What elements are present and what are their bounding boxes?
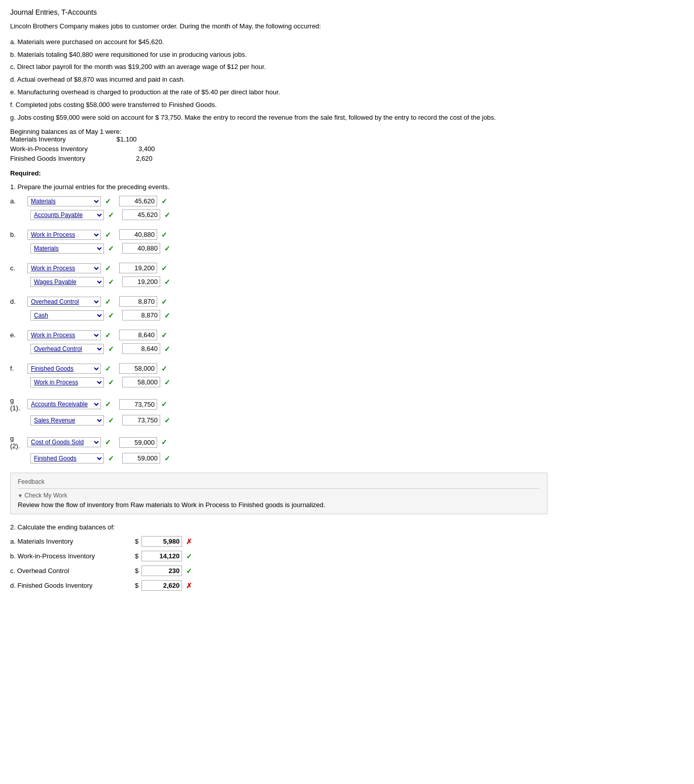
- credit-amount-check-icon: ✓: [164, 211, 170, 219]
- debit-amount-input[interactable]: [119, 263, 157, 273]
- debit-amount-input[interactable]: [119, 437, 157, 448]
- page-title: Journal Entries, T-Accounts: [10, 8, 547, 16]
- debit-amount-input[interactable]: [119, 363, 157, 374]
- credit-amount-input[interactable]: [122, 453, 160, 464]
- description-item: f. Completed jobs costing $58,000 were t…: [10, 100, 547, 111]
- calc-amount-input[interactable]: [141, 580, 182, 591]
- debit-account-select[interactable]: MaterialsAccounts PayableWork in Process…: [27, 399, 101, 409]
- credit-account-select[interactable]: MaterialsAccounts PayableWork in Process…: [30, 277, 104, 287]
- debit-amount-check-icon: ✓: [161, 331, 167, 339]
- credit-check-icon: ✓: [108, 378, 114, 386]
- journal-group: g (1).MaterialsAccounts PayableWork in P…: [10, 397, 547, 425]
- debit-row: g (2).MaterialsAccounts PayableWork in P…: [10, 435, 547, 450]
- credit-amount-input[interactable]: [122, 377, 160, 387]
- journal-group: a.MaterialsAccounts PayableWork in Proce…: [10, 196, 547, 220]
- calc-amount-input[interactable]: [141, 536, 182, 547]
- debit-amount-check-icon: ✓: [161, 197, 167, 205]
- debit-row: b.MaterialsAccounts PayableWork in Proce…: [10, 229, 547, 240]
- credit-amount-input[interactable]: [122, 343, 160, 354]
- credit-check-icon: ✓: [108, 345, 114, 353]
- check-my-work: ▼ Check My Work: [18, 492, 540, 499]
- debit-amount-input[interactable]: [119, 296, 157, 307]
- debit-account-select[interactable]: MaterialsAccounts PayableWork in Process…: [27, 230, 101, 240]
- debit-account-select[interactable]: MaterialsAccounts PayableWork in Process…: [27, 437, 101, 447]
- journal-group: c.MaterialsAccounts PayableWork in Proce…: [10, 263, 547, 287]
- debit-account-select[interactable]: MaterialsAccounts PayableWork in Process…: [27, 330, 101, 340]
- calc-row: b. Work-in-Process Inventory$✓: [10, 551, 547, 561]
- credit-row: MaterialsAccounts PayableWork in Process…: [10, 209, 547, 220]
- balance-row: Materials Inventory$1,100: [10, 135, 547, 143]
- credit-row: MaterialsAccounts PayableWork in Process…: [10, 243, 547, 254]
- credit-account-select[interactable]: MaterialsAccounts PayableWork in Process…: [30, 344, 104, 354]
- credit-amount-input[interactable]: [122, 243, 160, 254]
- balance-row: Work-in-Process Inventory3,400: [10, 145, 547, 153]
- balance-label: Beginning balances as of May 1 were:: [10, 128, 547, 135]
- credit-row: MaterialsAccounts PayableWork in Process…: [10, 415, 547, 425]
- credit-account-select[interactable]: MaterialsAccounts PayableWork in Process…: [30, 377, 104, 387]
- calc-check-green-icon: ✓: [186, 567, 192, 575]
- debit-row: e.MaterialsAccounts PayableWork in Proce…: [10, 330, 547, 340]
- debit-amount-input[interactable]: [119, 399, 157, 410]
- credit-row: MaterialsAccounts PayableWork in Process…: [10, 343, 547, 354]
- debit-account-select[interactable]: MaterialsAccounts PayableWork in Process…: [27, 196, 101, 206]
- credit-amount-check-icon: ✓: [164, 244, 170, 253]
- credit-account-select[interactable]: MaterialsAccounts PayableWork in Process…: [30, 415, 104, 425]
- credit-amount-input[interactable]: [122, 310, 160, 320]
- balance-row: Finished Goods Inventory2,620: [10, 155, 547, 162]
- section2-container: 2. Calculate the ending balances of: a. …: [10, 523, 547, 591]
- entry-label: g (2).: [10, 435, 24, 450]
- balance-name: Finished Goods Inventory: [10, 155, 85, 162]
- description-item: a. Materials were purchased on account f…: [10, 37, 547, 48]
- credit-amount-input[interactable]: [122, 276, 160, 287]
- credit-account-select[interactable]: MaterialsAccounts PayableWork in Process…: [30, 210, 104, 220]
- credit-row: MaterialsAccounts PayableWork in Process…: [10, 453, 547, 464]
- credit-amount-input[interactable]: [122, 209, 160, 220]
- debit-row: c.MaterialsAccounts PayableWork in Proce…: [10, 263, 547, 273]
- debit-amount-input[interactable]: [119, 196, 157, 206]
- debit-check-icon: ✓: [105, 438, 111, 446]
- section1-header: 1. Prepare the journal entries for the p…: [10, 183, 547, 191]
- feedback-text: Review how the flow of inventory from Ra…: [18, 501, 540, 509]
- debit-account-select[interactable]: MaterialsAccounts PayableWork in Process…: [27, 364, 101, 374]
- debit-account-select[interactable]: MaterialsAccounts PayableWork in Process…: [27, 297, 101, 307]
- items-block: a. Materials were purchased on account f…: [10, 37, 547, 123]
- calc-amount-input[interactable]: [141, 565, 182, 576]
- dollar-sign: $: [135, 567, 138, 575]
- credit-account-select[interactable]: MaterialsAccounts PayableWork in Process…: [30, 310, 104, 320]
- credit-account-select[interactable]: MaterialsAccounts PayableWork in Process…: [30, 243, 104, 254]
- debit-amount-check-icon: ✓: [161, 231, 167, 239]
- debit-check-icon: ✓: [105, 197, 111, 205]
- credit-check-icon: ✓: [108, 244, 114, 253]
- dollar-sign: $: [135, 552, 138, 560]
- description-item: c. Direct labor payroll for the month wa…: [10, 62, 547, 73]
- entry-label: e.: [10, 331, 24, 339]
- balance-name: Materials Inventory: [10, 135, 66, 143]
- debit-row: d.MaterialsAccounts PayableWork in Proce…: [10, 296, 547, 307]
- debit-check-icon: ✓: [105, 365, 111, 373]
- credit-check-icon: ✓: [108, 211, 114, 219]
- credit-amount-check-icon: ✓: [164, 378, 170, 386]
- debit-check-icon: ✓: [105, 298, 111, 306]
- dollar-sign: $: [135, 538, 138, 545]
- debit-account-select[interactable]: MaterialsAccounts PayableWork in Process…: [27, 263, 101, 273]
- entry-label: c.: [10, 264, 24, 272]
- debit-amount-input[interactable]: [119, 330, 157, 340]
- section1-title: 1. Prepare the journal entries for the p…: [10, 183, 547, 191]
- calc-item-label: a. Materials Inventory: [10, 538, 132, 545]
- calc-amount-input[interactable]: [141, 551, 182, 561]
- credit-row: MaterialsAccounts PayableWork in Process…: [10, 377, 547, 387]
- debit-amount-check-icon: ✓: [161, 264, 167, 272]
- debit-amount-input[interactable]: [119, 229, 157, 240]
- debit-check-icon: ✓: [105, 231, 111, 239]
- required-label: Required:: [10, 169, 547, 177]
- calc-row: d. Finished Goods Inventory$✗: [10, 580, 547, 591]
- credit-account-select[interactable]: MaterialsAccounts PayableWork in Process…: [30, 453, 104, 464]
- entry-label: g (1).: [10, 397, 24, 412]
- debit-amount-check-icon: ✓: [161, 298, 167, 306]
- journal-group: f.MaterialsAccounts PayableWork in Proce…: [10, 363, 547, 387]
- credit-amount-check-icon: ✓: [164, 416, 170, 424]
- calc-item-label: b. Work-in-Process Inventory: [10, 552, 132, 560]
- credit-amount-input[interactable]: [122, 415, 160, 425]
- feedback-box: Feedback ▼ Check My Work Review how the …: [10, 473, 547, 514]
- journal-group: e.MaterialsAccounts PayableWork in Proce…: [10, 330, 547, 354]
